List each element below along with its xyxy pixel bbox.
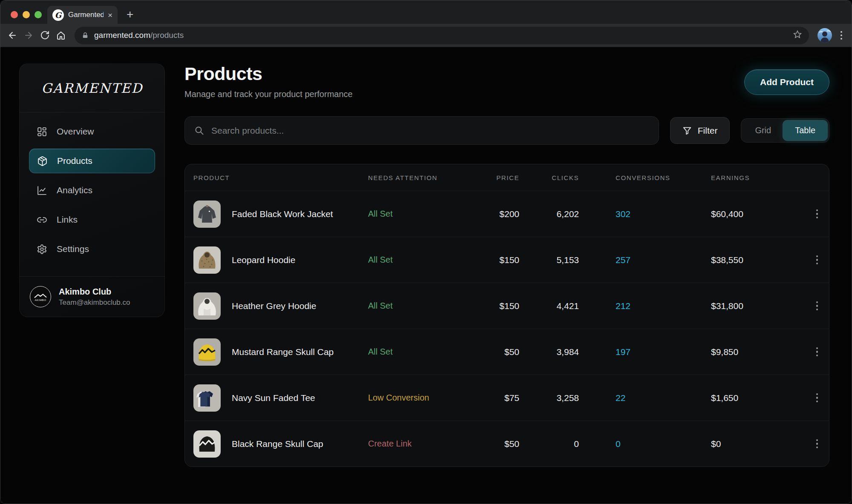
maximize-window-button[interactable] bbox=[35, 11, 42, 18]
column-header-clicks: CLICKS bbox=[519, 174, 579, 181]
close-window-button[interactable] bbox=[11, 11, 18, 18]
product-thumbnail-black-range-skull-cap bbox=[193, 430, 221, 458]
price-cell: $75 bbox=[462, 393, 519, 403]
account-card[interactable]: AKIMBO Akimbo Club Team@akimboclub.co bbox=[20, 276, 164, 317]
view-toggle: Grid Table bbox=[741, 118, 829, 143]
table-row[interactable]: Heather Grey Hoodie All Set $150 4,421 2… bbox=[185, 283, 829, 329]
row-menu-icon[interactable] bbox=[814, 207, 821, 221]
sidebar-item-label: Analytics bbox=[57, 185, 92, 195]
gear-icon bbox=[37, 244, 47, 255]
browser-tab[interactable]: G Garmented × bbox=[47, 6, 118, 24]
chart-icon bbox=[37, 185, 47, 196]
earnings-cell: $1,650 bbox=[711, 393, 802, 403]
column-header-product: PRODUCT bbox=[193, 174, 368, 181]
row-menu-icon[interactable] bbox=[814, 391, 821, 405]
sidebar-nav: Overview Products Analytics Links Settin… bbox=[20, 112, 164, 261]
filter-label: Filter bbox=[698, 126, 718, 136]
row-menu-icon[interactable] bbox=[814, 437, 821, 451]
svg-text:AKIMBO: AKIMBO bbox=[35, 298, 46, 301]
minimize-window-button[interactable] bbox=[23, 11, 30, 18]
account-avatar: AKIMBO bbox=[30, 286, 51, 307]
search-input[interactable] bbox=[211, 126, 649, 136]
forward-icon[interactable] bbox=[23, 30, 34, 40]
search-icon bbox=[194, 126, 204, 136]
main-panel: Products Manage and track your product p… bbox=[184, 63, 829, 467]
lock-icon bbox=[81, 32, 89, 39]
product-thumbnail-mustard-range-skull-cap bbox=[193, 338, 221, 366]
row-menu-icon[interactable] bbox=[814, 253, 821, 267]
earnings-cell: $38,550 bbox=[711, 255, 802, 265]
table-row[interactable]: Leopard Hoodie All Set $150 5,153 257 $3… bbox=[185, 237, 829, 283]
new-tab-button[interactable]: + bbox=[127, 9, 133, 20]
earnings-cell: $60,400 bbox=[711, 209, 802, 219]
status-badge: All Set bbox=[368, 347, 462, 357]
browser-menu-icon[interactable] bbox=[838, 31, 845, 40]
bookmark-star-icon[interactable] bbox=[793, 30, 802, 41]
sidebar-item-links[interactable]: Links bbox=[29, 207, 155, 232]
tab-favicon-icon: G bbox=[52, 9, 64, 21]
status-badge: Create Link bbox=[368, 439, 462, 449]
status-badge: Low Conversion bbox=[368, 393, 462, 403]
home-icon[interactable] bbox=[56, 30, 66, 40]
product-name: Faded Black Work Jacket bbox=[232, 209, 333, 219]
product-thumbnail-faded-black-work-jacket bbox=[193, 200, 221, 228]
table-row[interactable]: Faded Black Work Jacket All Set $200 6,2… bbox=[185, 191, 829, 237]
earnings-cell: $0 bbox=[711, 439, 802, 449]
search-box[interactable] bbox=[184, 116, 659, 145]
tab-strip: G Garmented × + bbox=[0, 0, 852, 24]
reload-icon[interactable] bbox=[40, 30, 50, 40]
product-thumbnail-leopard-hoodie bbox=[193, 246, 221, 274]
clicks-cell: 0 bbox=[519, 439, 579, 449]
sidebar-item-products[interactable]: Products bbox=[29, 149, 155, 173]
status-badge: All Set bbox=[368, 255, 462, 265]
product-name: Leopard Hoodie bbox=[232, 255, 295, 265]
dashboard-icon bbox=[37, 126, 47, 137]
table-row[interactable]: Navy Sun Faded Tee Low Conversion $75 3,… bbox=[185, 375, 829, 421]
product-name: Mustard Range Skull Cap bbox=[232, 347, 334, 357]
table-header-row: PRODUCT NEEDS ATTENTION PRICE CLICKS CON… bbox=[185, 164, 829, 191]
product-name: Black Range Skull Cap bbox=[232, 439, 323, 449]
page-content: GARMENTED Overview Products Analytics Li… bbox=[0, 47, 852, 504]
row-menu-icon[interactable] bbox=[814, 299, 821, 313]
product-thumbnail-heather-grey-hoodie bbox=[193, 292, 221, 320]
sidebar-item-settings[interactable]: Settings bbox=[29, 237, 155, 261]
clicks-cell: 5,153 bbox=[519, 255, 579, 265]
browser-profile-avatar[interactable] bbox=[817, 28, 832, 43]
table-row[interactable]: Black Range Skull Cap Create Link $50 0 … bbox=[185, 421, 829, 467]
row-menu-icon[interactable] bbox=[814, 345, 821, 359]
conversions-cell: 257 bbox=[579, 255, 711, 265]
sidebar: GARMENTED Overview Products Analytics Li… bbox=[19, 63, 165, 317]
clicks-cell: 3,258 bbox=[519, 393, 579, 403]
link-icon bbox=[37, 215, 47, 225]
table-view-button[interactable]: Table bbox=[783, 120, 827, 140]
grid-view-button[interactable]: Grid bbox=[743, 120, 783, 140]
clicks-cell: 4,421 bbox=[519, 301, 579, 311]
conversions-cell: 0 bbox=[579, 439, 711, 449]
tab-close-icon[interactable]: × bbox=[108, 11, 112, 19]
table-row[interactable]: Mustard Range Skull Cap All Set $50 3,98… bbox=[185, 329, 829, 375]
product-thumbnail-navy-sun-faded-tee bbox=[193, 384, 221, 412]
sidebar-item-overview[interactable]: Overview bbox=[29, 119, 155, 144]
url-bar[interactable]: garmented.com/products bbox=[75, 27, 809, 44]
sidebar-item-analytics[interactable]: Analytics bbox=[29, 178, 155, 203]
products-table: PRODUCT NEEDS ATTENTION PRICE CLICKS CON… bbox=[184, 164, 829, 467]
back-icon[interactable] bbox=[7, 30, 17, 40]
price-cell: $200 bbox=[462, 209, 519, 219]
sidebar-item-label: Links bbox=[57, 215, 78, 225]
add-product-button[interactable]: Add Product bbox=[744, 69, 829, 95]
price-cell: $150 bbox=[462, 255, 519, 265]
price-cell: $50 bbox=[462, 347, 519, 357]
earnings-cell: $31,800 bbox=[711, 301, 802, 311]
earnings-cell: $9,850 bbox=[711, 347, 802, 357]
status-badge: All Set bbox=[368, 301, 462, 311]
sidebar-item-label: Settings bbox=[57, 244, 89, 254]
price-cell: $150 bbox=[462, 301, 519, 311]
conversions-cell: 212 bbox=[579, 301, 711, 311]
product-name: Heather Grey Hoodie bbox=[232, 301, 316, 311]
filter-button[interactable]: Filter bbox=[670, 117, 730, 144]
column-header-earnings: EARNINGS bbox=[711, 174, 802, 181]
account-name: Akimbo Club bbox=[59, 287, 130, 297]
sidebar-item-label: Products bbox=[57, 156, 92, 166]
sidebar-item-label: Overview bbox=[57, 126, 94, 137]
clicks-cell: 6,202 bbox=[519, 209, 579, 219]
